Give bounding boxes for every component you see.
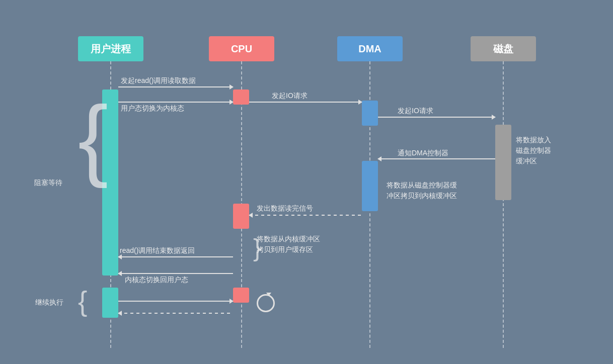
header-dma-label: DMA [358,43,381,55]
block-cpu-1 [233,89,249,105]
arrow-user-to-kernel [118,102,233,103]
arrow-notify-dma [378,158,495,159]
label-copy-disk-kernel: 将数据从磁盘控制器缓冲区拷贝到内核缓冲区 [387,180,457,201]
label-initiate-io-cpu: 发起IO请求 [272,92,308,101]
label-put-data-disk: 将数据放入磁盘控制器缓冲区 [516,135,551,166]
block-disk-1 [495,125,511,200]
arrow-initiate-read [118,86,233,87]
brace-continue: { [78,288,87,315]
label-read-return: read()调用结束数据返回 [120,246,195,255]
header-cpu-label: CPU [231,43,252,55]
label-send-read-complete: 发出数据读完信号 [257,204,313,213]
header-user-label: 用户进程 [91,42,131,56]
arrow-io-cpu-dma [249,102,362,103]
label-user-to-kernel: 用户态切换为内核态 [121,104,184,113]
block-cpu-2 [233,204,249,229]
block-cpu-3 [233,288,249,303]
block-dma-2 [362,161,378,211]
label-notify-dma: 通知DMA控制器 [398,149,448,158]
arrow-dashed-return [118,313,233,314]
label-kernel-to-user: 内核态切换回用户态 [125,276,188,285]
label-copy-kernel-user: 将数据从内核缓冲区拷贝到用户缓存区 [257,234,320,255]
label-continue-exec: 继续执行 [35,298,63,307]
header-cpu: CPU [209,36,274,61]
arrow-io-dma-disk [378,117,495,118]
label-initiate-io-dma: 发起IO请求 [398,107,433,116]
brace-blocking: { [78,93,108,184]
arrow-read-return [118,256,233,257]
header-user-process: 用户进程 [78,36,143,61]
brace-copy: } [253,235,262,260]
vline-disk [503,61,504,348]
arrow-kernel-to-user [118,273,233,274]
label-blocking-wait: 阻塞等待 [34,178,62,188]
label-initiate-read: 发起read()调用读取数据 [121,76,196,85]
block-dma-1 [362,101,378,126]
arrow-read-complete [249,215,362,216]
header-disk: 磁盘 [471,36,536,61]
refresh-icon [257,294,275,312]
block-user-continue [102,288,118,318]
header-disk-label: 磁盘 [493,42,513,56]
diagram: 用户进程 CPU DMA 磁盘 发起read()调用读取数据 用户态切换为内核态… [0,0,613,364]
arrow-continue [118,301,233,302]
header-dma: DMA [337,36,403,61]
